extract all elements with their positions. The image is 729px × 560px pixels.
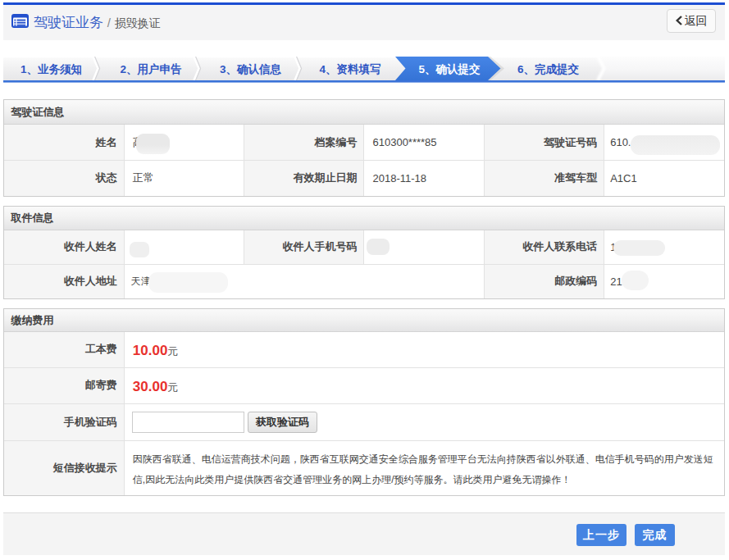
svg-text:2、用户申告: 2、用户申告 <box>120 62 182 75</box>
svg-text:5、确认提交: 5、确认提交 <box>418 63 481 75</box>
svg-text:3、确认信息: 3、确认信息 <box>220 63 282 75</box>
svg-text:1、业务须知: 1、业务须知 <box>21 63 82 75</box>
svg-text:6、完成提交: 6、完成提交 <box>517 63 580 75</box>
svg-text:4、资料填写: 4、资料填写 <box>319 63 380 75</box>
